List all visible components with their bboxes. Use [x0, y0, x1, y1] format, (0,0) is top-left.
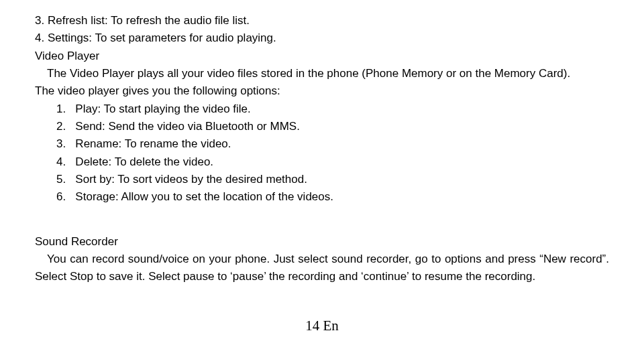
list-number: 2. [56, 120, 66, 133]
paragraph: You can record sound/voice on your phone… [35, 251, 609, 286]
paragraph-text: You can record sound/voice on your phone… [35, 253, 609, 283]
list-item: 4. Settings: To set parameters for audio… [35, 29, 609, 47]
list-item: 2. Send: Send the video via Bluetooth or… [35, 118, 609, 135]
list-number: 1. [56, 103, 66, 115]
list-text: Delete: To delete the video. [75, 155, 213, 168]
list-text: Refresh list: To refresh the audio file … [48, 14, 250, 27]
list-text: Storage: Allow you to set the location o… [75, 190, 333, 203]
list-item: 4. Delete: To delete the video. [35, 153, 609, 171]
section: Sound Recorder You can record sound/voic… [35, 233, 609, 286]
list-text: Rename: To rename the video. [75, 137, 231, 150]
list-number: 3. [35, 14, 44, 27]
list-number: 4. [56, 155, 66, 168]
list-number: 5. [56, 173, 66, 186]
list-text: Sort by: To sort videos by the desired m… [75, 173, 307, 186]
document-page: 3. Refresh list: To refresh the audio fi… [35, 12, 609, 286]
list-number: 6. [56, 190, 66, 203]
list-item: 1. Play: To start playing the video file… [35, 100, 609, 118]
list-item: 3. Refresh list: To refresh the audio fi… [35, 12, 609, 29]
list-item: 5. Sort by: To sort videos by the desire… [35, 171, 609, 188]
list-text: Send: Send the video via Bluetooth or MM… [75, 120, 300, 133]
list-text: Settings: To set parameters for audio pl… [48, 31, 276, 44]
page-number: 14 En [0, 315, 644, 337]
list-number: 4. [35, 31, 44, 44]
paragraph-text: The Video Player plays all your video fi… [47, 67, 570, 80]
section-heading: Video Player [35, 48, 609, 65]
paragraph: The Video Player plays all your video fi… [35, 65, 609, 82]
list-text: Play: To start playing the video file. [75, 103, 250, 115]
list-item: 3. Rename: To rename the video. [35, 135, 609, 153]
list-item: 6. Storage: Allow you to set the locatio… [35, 188, 609, 206]
section-heading: Sound Recorder [35, 233, 609, 251]
list-number: 3. [56, 137, 66, 150]
paragraph: The video player gives you the following… [35, 82, 609, 100]
